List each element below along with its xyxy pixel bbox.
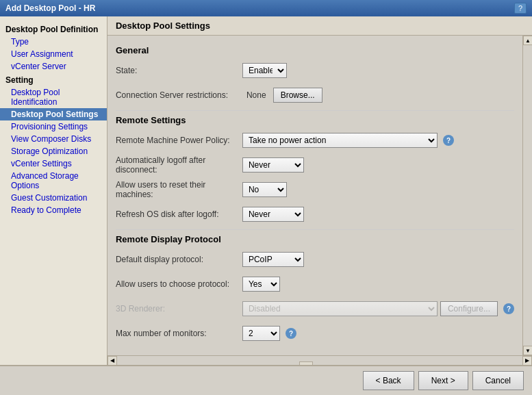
renderer-row: 3D Renderer: Disabled Automatic Software…	[116, 299, 514, 318]
power-policy-row: Remote Machine Power Policy: Take no pow…	[116, 131, 514, 150]
scroll-track	[523, 45, 532, 346]
remote-settings-section-title: Remote Settings	[116, 115, 514, 125]
content-body: General State: Enabled Disabled Connecti…	[107, 36, 522, 355]
content-header: Desktop Pool Settings	[107, 16, 532, 36]
h-scroll-handle[interactable]	[299, 361, 313, 366]
reset-select[interactable]: No Yes	[242, 182, 287, 197]
renderer-help-icon[interactable]: ?	[503, 303, 514, 314]
reset-label: Allow users to reset their machines:	[116, 180, 242, 199]
sidebar: Desktop Pool Definition Type User Assign…	[0, 16, 107, 365]
window-title: Add Desktop Pool - HR	[5, 3, 95, 13]
sidebar-item-pool-identification[interactable]: Desktop Pool Identification	[0, 86, 107, 108]
sidebar-section-definition: Desktop Pool Definition	[0, 22, 107, 36]
sidebar-item-vcenter-server[interactable]: vCenter Server	[0, 60, 107, 73]
scroll-up-arrow[interactable]: ▲	[523, 36, 532, 45]
sidebar-item-vcenter-settings[interactable]: vCenter Settings	[0, 157, 107, 170]
max-monitors-select[interactable]: 1 2 3 4	[242, 326, 280, 341]
refresh-select[interactable]: Never Always Every...	[242, 207, 304, 222]
allow-users-select[interactable]: Yes No	[242, 277, 280, 292]
state-row: State: Enabled Disabled	[116, 61, 514, 80]
remote-settings-divider	[116, 229, 514, 230]
title-bar: Add Desktop Pool - HR ?	[0, 0, 532, 16]
logoff-row: Automatically logoff after disconnect: N…	[116, 155, 514, 175]
renderer-label: 3D Renderer:	[116, 304, 242, 314]
general-section-title: General	[116, 45, 514, 55]
scroll-left-arrow[interactable]: ◀	[107, 356, 117, 366]
cancel-button[interactable]: Cancel	[472, 371, 524, 390]
sidebar-item-pool-settings[interactable]: Desktop Pool Settings	[0, 108, 107, 120]
sidebar-item-guest-customization[interactable]: Guest Customization	[0, 192, 107, 204]
sidebar-item-type[interactable]: Type	[0, 36, 107, 48]
allow-users-row: Allow users to choose protocol: Yes No	[116, 275, 514, 294]
sidebar-item-provisioning[interactable]: Provisioning Settings	[0, 120, 107, 133]
state-controls: Enabled Disabled	[242, 63, 287, 78]
default-protocol-controls: PCoIP RDP VMware Blast	[242, 252, 304, 267]
scroll-right-arrow[interactable]: ▶	[522, 356, 532, 366]
horizontal-scrollbar[interactable]: ◀ ▶	[107, 355, 532, 365]
configure-button[interactable]: Configure...	[440, 301, 498, 316]
sidebar-section-setting: Setting	[0, 73, 107, 86]
refresh-controls: Never Always Every...	[242, 207, 304, 222]
state-label: State:	[116, 66, 242, 75]
default-protocol-row: Default display protocol: PCoIP RDP VMwa…	[116, 250, 514, 269]
allow-users-controls: Yes No	[242, 277, 280, 292]
sidebar-item-storage-optimization[interactable]: Storage Optimization	[0, 145, 107, 157]
content-area: Desktop Pool Settings General State: Ena…	[107, 16, 532, 365]
power-policy-label: Remote Machine Power Policy:	[116, 136, 242, 145]
default-protocol-label: Default display protocol:	[116, 255, 242, 264]
general-divider	[116, 110, 514, 111]
sidebar-item-composer-disks[interactable]: View Composer Disks	[0, 133, 107, 145]
sidebar-item-ready-to-complete[interactable]: Ready to Complete	[0, 204, 107, 216]
bottom-bar: < Back Next > Cancel	[0, 365, 532, 395]
reset-controls: No Yes	[242, 182, 287, 197]
default-protocol-select[interactable]: PCoIP RDP VMware Blast	[242, 252, 304, 267]
logoff-label: Automatically logoff after disconnect:	[116, 155, 242, 175]
remote-display-section-title: Remote Display Protocol	[116, 234, 514, 244]
max-monitors-help-icon[interactable]: ?	[286, 328, 296, 339]
next-button[interactable]: Next >	[418, 371, 468, 390]
power-policy-select[interactable]: Take no power action Ensure machines are…	[242, 133, 438, 148]
logoff-select[interactable]: Never Immediately After...	[242, 157, 304, 173]
max-monitors-controls: 1 2 3 4 ?	[242, 326, 296, 341]
max-monitors-label: Max number of monitors:	[116, 329, 242, 338]
scroll-down-arrow[interactable]: ▼	[523, 346, 532, 355]
allow-users-label: Allow users to choose protocol:	[116, 279, 242, 289]
renderer-select[interactable]: Disabled Automatic Software Hardware	[242, 301, 438, 316]
connection-server-row: Connection Server restrictions: None Bro…	[116, 86, 514, 105]
connection-server-value: None	[242, 89, 270, 101]
renderer-controls: Disabled Automatic Software Hardware Con…	[242, 301, 514, 316]
sidebar-item-user-assignment[interactable]: User Assignment	[0, 48, 107, 60]
power-policy-help-icon[interactable]: ?	[443, 135, 454, 146]
reset-row: Allow users to reset their machines: No …	[116, 180, 514, 199]
connection-server-label: Connection Server restrictions:	[116, 90, 242, 100]
max-monitors-row: Max number of monitors: 1 2 3 4 ?	[116, 324, 514, 343]
back-button[interactable]: < Back	[363, 371, 414, 390]
power-policy-controls: Take no power action Ensure machines are…	[242, 133, 454, 148]
window-help-button[interactable]: ?	[514, 3, 527, 14]
state-select[interactable]: Enabled Disabled	[242, 63, 287, 78]
refresh-row: Refresh OS disk after logoff: Never Alwa…	[116, 205, 514, 224]
refresh-label: Refresh OS disk after logoff:	[116, 209, 242, 219]
vertical-scrollbar[interactable]: ▲ ▼	[522, 36, 532, 355]
connection-server-controls: None Browse...	[242, 88, 322, 103]
browse-button[interactable]: Browse...	[273, 88, 322, 103]
logoff-controls: Never Immediately After...	[242, 157, 304, 173]
sidebar-item-advanced-storage[interactable]: Advanced Storage Options	[0, 170, 107, 192]
